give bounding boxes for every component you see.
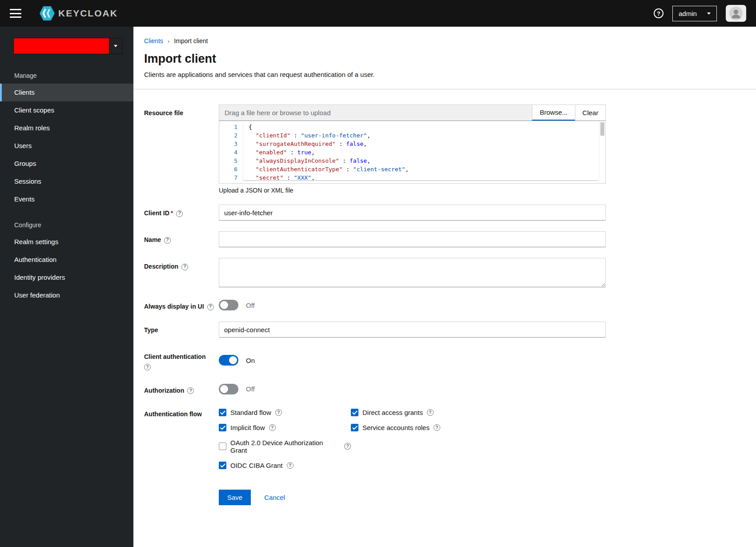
cancel-button[interactable]: Cancel — [264, 494, 285, 501]
help-icon[interactable]: ? — [275, 409, 282, 416]
help-icon[interactable]: ? — [344, 443, 351, 450]
chevron-right-icon: › — [168, 38, 169, 44]
nav-group-configure-title: Configure — [0, 221, 133, 233]
help-icon[interactable]: ? — [181, 264, 188, 270]
help-icon[interactable]: ? — [269, 424, 276, 431]
help-icon[interactable]: ? — [434, 424, 440, 431]
help-icon[interactable]: ? — [427, 409, 434, 416]
code-line: 2 "clientId" : "user-info-fetcher", — [219, 131, 598, 140]
nav-toggle-button[interactable] — [10, 9, 21, 18]
sidebar-item-client-scopes[interactable]: Client scopes — [0, 101, 133, 119]
toggle-knob — [220, 301, 228, 309]
authentication-flow-row: Authentication flow Standard flow ? Dire… — [144, 406, 745, 469]
always-display-row: Always display in UI? Off — [144, 298, 745, 311]
realm-selector-dropdown[interactable] — [13, 38, 123, 54]
sidebar-item-clients[interactable]: Clients — [0, 84, 133, 101]
description-label-text: Description — [144, 263, 178, 270]
client-authentication-label: Client authentication ? — [144, 348, 219, 371]
editor-horizontal-scrollbar[interactable] — [244, 180, 598, 181]
avatar[interactable] — [726, 5, 746, 22]
scrollbar-thumb[interactable] — [600, 122, 604, 136]
checkbox-label: OAuth 2.0 Device Authorization Grant — [230, 439, 340, 454]
page-header: Clients › Import client Import client Cl… — [133, 27, 756, 89]
checkbox-box[interactable] — [351, 409, 358, 416]
sidebar-item-sessions[interactable]: Sessions — [0, 173, 133, 190]
name-label: Name? — [144, 231, 219, 247]
type-label-text: Type — [144, 326, 158, 334]
browse-button[interactable]: Browse... — [532, 105, 575, 121]
always-display-state-label: Off — [246, 302, 255, 309]
client-id-row: Client ID*? — [144, 205, 745, 221]
type-input[interactable] — [219, 322, 606, 338]
help-icon[interactable]: ? — [144, 364, 151, 370]
sidebar-item-realm-settings[interactable]: Realm settings — [0, 233, 133, 251]
sidebar-nav-list: Manage Clients Client scopes Realm roles… — [0, 54, 133, 304]
help-icon[interactable]: ? — [654, 8, 664, 18]
authorization-label: Authorization? — [144, 382, 219, 395]
name-input[interactable] — [219, 231, 606, 247]
realm-selector-caret — [109, 38, 122, 54]
description-row: Description? — [144, 258, 745, 287]
code-line: 4 "enabled" : true, — [219, 148, 598, 157]
checkbox-oidc-ciba-grant[interactable]: OIDC CIBA Grant ? — [219, 462, 294, 469]
save-button[interactable]: Save — [219, 490, 251, 505]
always-display-toggle[interactable] — [219, 300, 238, 310]
client-authentication-toggle[interactable] — [219, 355, 238, 366]
always-display-label-text: Always display in UI — [144, 303, 204, 310]
chevron-down-icon — [707, 12, 711, 15]
sidebar-item-authentication[interactable]: Authentication — [0, 251, 133, 269]
file-upload-placeholder: Drag a file here or browse to upload — [225, 109, 330, 117]
code-line: 1 { — [219, 123, 598, 131]
editor-vertical-scrollbar[interactable] — [599, 121, 605, 183]
client-id-label-text: Client ID — [144, 209, 169, 217]
json-code-editor[interactable]: 1 { 2 "clientId" : "user-info-fetcher", … — [219, 121, 606, 184]
checkbox-oauth-device-grant[interactable]: OAuth 2.0 Device Authorization Grant ? — [219, 439, 351, 454]
nav-group-configure: Configure Realm settings Authentication … — [0, 221, 133, 304]
code-line: 5 "alwaysDisplayInConsole" : false, — [219, 157, 598, 165]
breadcrumb-current: Import client — [174, 37, 208, 44]
client-authentication-state-label: On — [246, 357, 255, 364]
code-line: 6 "clientAuthenticatorType" : "client-se… — [219, 165, 598, 173]
help-icon[interactable]: ? — [207, 304, 214, 310]
help-icon[interactable]: ? — [187, 387, 194, 394]
sidebar-item-groups[interactable]: Groups — [0, 155, 133, 173]
checkbox-direct-access-grants[interactable]: Direct access grants ? — [351, 409, 434, 416]
checkbox-box[interactable] — [219, 442, 226, 450]
checkbox-label: Standard flow — [230, 409, 271, 416]
sidebar-item-realm-roles[interactable]: Realm roles — [0, 119, 133, 137]
line-number: 2 — [219, 131, 243, 140]
description-textarea[interactable] — [219, 258, 606, 287]
checkbox-box[interactable] — [219, 409, 226, 416]
authentication-flow-label-text: Authentication flow — [144, 410, 202, 418]
file-upload-input[interactable]: Drag a file here or browse to upload — [219, 105, 532, 121]
sidebar-item-user-federation[interactable]: User federation — [0, 286, 133, 304]
help-icon[interactable]: ? — [176, 210, 183, 217]
user-menu-dropdown[interactable]: admin — [672, 6, 717, 21]
authentication-flow-options: Standard flow ? Direct access grants ? I… — [219, 406, 606, 469]
line-number: 6 — [219, 165, 243, 173]
sidebar-item-identity-providers[interactable]: Identity providers — [0, 269, 133, 286]
breadcrumb-clients-link[interactable]: Clients — [144, 37, 163, 44]
checkbox-standard-flow[interactable]: Standard flow ? — [219, 409, 282, 416]
name-row: Name? — [144, 231, 745, 247]
type-row: Type — [144, 322, 745, 338]
help-icon[interactable]: ? — [287, 462, 294, 469]
sidebar-item-events[interactable]: Events — [0, 190, 133, 208]
checkbox-label: Service accounts roles — [362, 424, 430, 431]
checkbox-box[interactable] — [351, 424, 358, 431]
client-authentication-row: Client authentication ? On — [144, 348, 745, 371]
authorization-state-label: Off — [246, 385, 255, 393]
checkbox-service-accounts-roles[interactable]: Service accounts roles ? — [351, 424, 440, 431]
line-number: 3 — [219, 140, 243, 148]
checkbox-implicit-flow[interactable]: Implicit flow ? — [219, 424, 276, 431]
sidebar-item-users[interactable]: Users — [0, 137, 133, 155]
clear-button[interactable]: Clear — [575, 105, 605, 121]
form-actions: Save Cancel — [219, 490, 745, 505]
breadcrumb: Clients › Import client — [144, 37, 745, 44]
checkbox-box[interactable] — [219, 462, 226, 469]
checkbox-box[interactable] — [219, 424, 226, 431]
client-id-input[interactable] — [219, 205, 606, 221]
help-icon[interactable]: ? — [164, 237, 171, 244]
masthead-tools: ? admin — [654, 5, 746, 22]
authorization-toggle[interactable] — [219, 384, 238, 394]
